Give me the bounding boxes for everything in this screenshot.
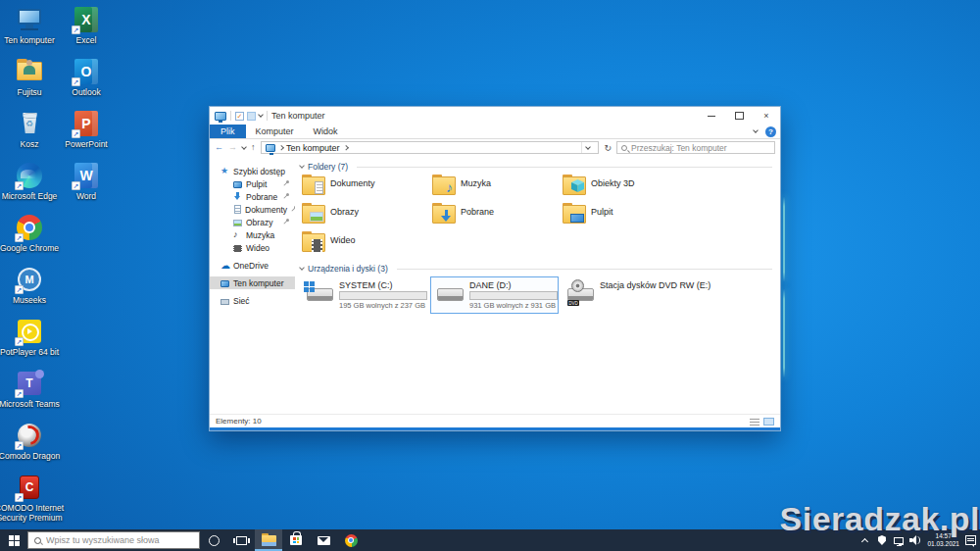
shortcut-arrow-icon (15, 441, 24, 450)
shortcut-arrow-icon (72, 181, 80, 190)
sidebar-item-muzyka[interactable]: ♪ Muzyka (210, 228, 295, 241)
tab-plik[interactable]: Plik (210, 125, 246, 138)
tab-widok[interactable]: Widok (304, 125, 348, 138)
desktop-icon-comodo-dragon[interactable]: Comodo Dragon (1, 422, 58, 461)
title-bar[interactable]: Ten komputer × (210, 107, 780, 125)
taskbar-search-input[interactable] (46, 535, 193, 545)
ribbon-tabs: Plik Komputer Widok ? (210, 125, 780, 139)
address-bar[interactable]: Ten komputer (261, 141, 600, 154)
file-explorer-button[interactable] (255, 529, 282, 551)
address-dropdown-icon (586, 144, 592, 150)
breadcrumb[interactable]: Ten komputer (286, 143, 340, 153)
chrome-button[interactable] (337, 529, 365, 551)
sidebar-item-quick-access[interactable]: ★ Szybki dostęp (210, 165, 295, 177)
sidebar-item-obrazy[interactable]: Obrazy (210, 216, 295, 228)
customize-toolbar-icon[interactable] (258, 112, 264, 118)
sidebar-item-onedrive[interactable]: ☁ OneDrive (210, 259, 295, 272)
sidebar-item-wideo[interactable]: Wideo (210, 241, 295, 254)
desktop-icon-word[interactable]: W Word (58, 162, 115, 201)
group-header-folders[interactable]: Foldery (7) (300, 162, 772, 172)
navigation-bar: Ten komputer (210, 139, 780, 156)
desktop-icon-teams[interactable]: T Microsoft Teams (1, 370, 58, 409)
tab-komputer[interactable]: Komputer (246, 125, 304, 138)
cortana-icon (209, 535, 220, 546)
clock-date: 01.03.2021 (927, 540, 959, 547)
task-view-icon (236, 536, 247, 545)
details-view-icon[interactable] (750, 418, 760, 426)
desktop-icon-label: Google Chrome (0, 243, 65, 253)
forward-icon[interactable] (228, 143, 237, 152)
taskbar-search[interactable] (27, 531, 200, 549)
desktop-icon-powerpoint[interactable]: P PowerPoint (58, 110, 115, 149)
thumbnails-view-icon[interactable] (763, 418, 774, 426)
folder-icon (302, 205, 325, 224)
desktop-icon-label: PowerPoint (51, 139, 122, 149)
desktop-icon-this-pc[interactable]: Ten komputer (1, 6, 58, 45)
task-view-button[interactable] (227, 529, 255, 551)
desktop-icon-fujitsu[interactable]: Fujitsu (1, 58, 58, 97)
store-button[interactable] (282, 529, 310, 551)
sidebar-item-pobrane[interactable]: Pobrane (210, 190, 295, 203)
documents-icon (234, 205, 241, 214)
minimize-button[interactable] (698, 107, 725, 125)
back-icon[interactable] (215, 143, 223, 152)
properties-icon[interactable] (235, 112, 244, 121)
folder-tile-wideo[interactable]: Wideo (300, 232, 430, 261)
capacity-bar (339, 291, 427, 300)
recent-locations-icon[interactable] (241, 144, 247, 150)
desktop-icon-excel[interactable]: X Excel (58, 6, 115, 45)
folder-tile-pobrane[interactable]: Pobrane (430, 204, 561, 232)
desktop-icon-comodo-security[interactable]: C COMODO Internet Security Premium (1, 474, 58, 523)
sidebar-item-pulpit[interactable]: Pulpit (210, 177, 295, 190)
this-pc-mini-icon (266, 144, 275, 152)
desktop-icon-edge[interactable]: Microsoft Edge (1, 162, 58, 201)
drive-tile-dane-d[interactable]: DANE (D:) 931 GB wolnych z 931 GB (430, 276, 559, 314)
group-header-devices[interactable]: Urządzenia i dyski (3) (300, 264, 772, 274)
folders-grid: Dokumenty ♪ Muzyka Obiekty 3D Ob (300, 175, 772, 261)
folder-tile-muzyka[interactable]: ♪ Muzyka (430, 175, 561, 204)
mail-button[interactable] (310, 529, 337, 551)
up-icon[interactable] (251, 143, 256, 152)
start-button[interactable] (0, 529, 27, 551)
folder-icon (563, 205, 586, 224)
drive-tile-dvd-e[interactable]: DVD Stacja dysków DVD RW (E:) (561, 276, 727, 310)
videos-overlay-icon (312, 239, 322, 252)
drive-tile-system-c[interactable]: SYSTEM (C:) 195 GB wolnych z 237 GB (300, 276, 428, 314)
collapse-group-icon[interactable] (299, 265, 305, 271)
search-box[interactable] (616, 141, 775, 154)
search-icon (34, 537, 41, 544)
sidebar-item-this-pc[interactable]: Ten komputer (210, 276, 295, 289)
cortana-button[interactable] (200, 529, 227, 551)
help-icon[interactable]: ? (765, 126, 776, 137)
desktop-icon-recycle-bin[interactable]: Kosz (1, 110, 58, 149)
shortcut-arrow-icon (15, 285, 24, 294)
folder-tile-obiekty-3d[interactable]: Obiekty 3D (561, 175, 691, 204)
onedrive-cloud-icon: ☁ (220, 261, 229, 270)
folder-tile-dokumenty[interactable]: Dokumenty (300, 175, 430, 204)
folder-icon (432, 205, 456, 224)
sidebar-item-network[interactable]: Sieć (210, 294, 295, 307)
maximize-button[interactable] (725, 107, 753, 125)
new-folder-icon[interactable] (247, 112, 256, 121)
desktop-icon-museeks[interactable]: M Museeks (1, 266, 58, 305)
shortcut-arrow-icon (15, 181, 24, 190)
folder-tile-obrazy[interactable]: Obrazy (300, 204, 430, 232)
expand-ribbon-icon[interactable] (753, 127, 759, 133)
folder-tile-pulpit[interactable]: Pulpit (561, 204, 691, 232)
sidebar-item-dokumenty[interactable]: Dokumenty (210, 203, 295, 216)
close-button[interactable]: × (753, 107, 780, 125)
collapse-group-icon[interactable] (299, 163, 305, 169)
folder-icon: ♪ (432, 176, 456, 195)
status-bar: Elementy: 10 (210, 414, 780, 427)
folder-icon (302, 176, 325, 195)
search-input[interactable] (631, 143, 770, 153)
desktop-icon-outlook[interactable]: O Outlook (58, 58, 115, 97)
desktop-icon-potplayer[interactable]: PotPlayer 64 bit (1, 318, 58, 357)
videos-icon (233, 245, 242, 252)
dvd-badge: DVD (567, 300, 579, 306)
breadcrumb-separator-icon[interactable] (343, 145, 348, 150)
shortcut-arrow-icon (15, 337, 24, 346)
refresh-icon[interactable] (604, 143, 612, 153)
desktop-icon-chrome[interactable]: Google Chrome (1, 214, 58, 253)
desktop-overlay-icon (570, 214, 584, 223)
